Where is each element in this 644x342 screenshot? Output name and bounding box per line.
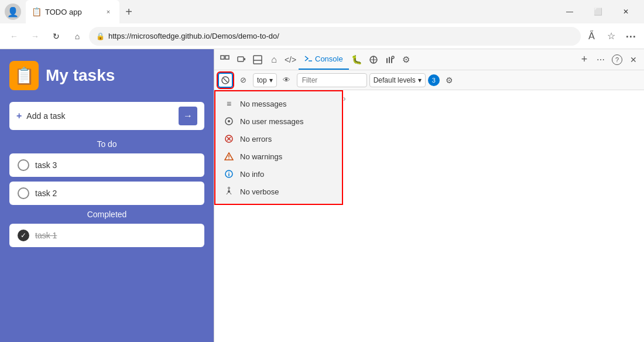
debug-button[interactable]: 🐛 (349, 52, 365, 68)
app-panel: 📋 My tasks + Add a task → To do task 3 t… (0, 49, 214, 342)
app-title: My tasks (46, 66, 115, 85)
add-tool-button[interactable]: + (576, 52, 592, 68)
favorite-button[interactable]: ☆ (603, 28, 619, 45)
svg-rect-3 (244, 58, 245, 60)
device-emulation-button[interactable] (233, 52, 249, 68)
dropdown-label-info: No info (240, 170, 264, 179)
console-tab-label: Console (315, 54, 343, 63)
minimize-button[interactable]: — (556, 2, 583, 21)
close-devtools-button[interactable]: ✕ (625, 52, 642, 68)
dropdown-item-info[interactable]: No info (215, 165, 342, 183)
settings-button[interactable]: ⚙ (398, 52, 415, 68)
console-toolbar: ⊘ top ▾ 👁 Default levels ▾ 3 ⚙ (214, 70, 644, 90)
active-tab[interactable]: 📋 TODO app × (26, 0, 119, 23)
add-task-input[interactable]: Add a task (26, 111, 174, 121)
address-bar-icons: A̋ ☆ ⋯ (583, 28, 639, 45)
dropdown-label-messages: No messages (240, 100, 286, 108)
console-chevron[interactable]: › (343, 94, 346, 103)
home-devtools-button[interactable]: ⌂ (266, 52, 282, 68)
window-controls: — ⬜ ✕ (556, 2, 639, 21)
context-label: top (257, 76, 267, 84)
todo-section-label: To do (9, 139, 204, 149)
svg-rect-2 (238, 57, 244, 61)
task-item-completed[interactable]: ✓ task 1 (9, 224, 204, 247)
console-content: ≡ No messages No user messages No errors (214, 90, 644, 342)
completed-section-label: Completed (9, 210, 204, 219)
dropdown-item-errors[interactable]: No errors (215, 130, 342, 148)
console-dropdown-menu: ≡ No messages No user messages No errors (214, 90, 343, 205)
inspect-element-button[interactable] (217, 52, 233, 68)
svg-rect-0 (221, 56, 224, 59)
task-item[interactable]: task 3 (9, 153, 204, 177)
app-logo: 📋 (9, 61, 39, 90)
svg-point-22 (228, 172, 229, 173)
svg-rect-1 (225, 56, 229, 59)
svg-point-23 (228, 190, 230, 193)
svg-rect-4 (254, 56, 262, 64)
dropdown-label-errors: No errors (240, 135, 272, 143)
dropdown-item-warnings[interactable]: No warnings (215, 148, 342, 165)
console-tab-icon (304, 54, 313, 64)
svg-point-13 (228, 120, 230, 122)
close-button[interactable]: ✕ (612, 2, 639, 21)
messages-icon: ≡ (224, 98, 234, 109)
restore-button[interactable]: ⬜ (584, 2, 611, 21)
url-bar[interactable]: 🔒 https://microsoftedge.github.io/Demos/… (89, 27, 581, 46)
network-button[interactable] (365, 52, 382, 68)
task-label: task 3 (35, 160, 57, 170)
filter-input[interactable] (297, 73, 367, 87)
add-task-button[interactable]: → (179, 107, 197, 125)
clear-console-button[interactable] (218, 73, 233, 88)
devtools-panel: ⌂ </> Console 🐛 ⚙ + ⋯ ? ✕ (214, 49, 644, 342)
url-text: https://microsoftedge.github.io/Demos/de… (108, 32, 574, 40)
performance-button[interactable] (382, 52, 398, 68)
context-selector[interactable]: top ▾ (253, 73, 277, 87)
svg-line-11 (223, 78, 227, 82)
block-button[interactable]: ⊘ (235, 73, 251, 88)
help-button[interactable]: ? (609, 52, 625, 68)
eye-button[interactable]: 👁 (279, 73, 294, 88)
dropdown-item-user-messages[interactable]: No user messages (215, 112, 342, 130)
avatar: 👤 (5, 4, 21, 20)
svg-line-26 (227, 193, 228, 195)
default-levels-selector[interactable]: Default levels ▾ (369, 73, 426, 87)
message-count: 3 (428, 74, 440, 86)
add-task-plus-icon: + (16, 111, 22, 121)
context-arrow-icon: ▾ (269, 76, 273, 84)
add-task-row: + Add a task → (9, 102, 204, 130)
reader-mode-button[interactable]: A̋ (583, 28, 600, 45)
dropdown-item-messages[interactable]: ≡ No messages (215, 95, 342, 112)
levels-arrow-icon: ▾ (418, 76, 422, 84)
info-icon (224, 169, 234, 179)
svg-point-19 (228, 158, 229, 159)
svg-line-27 (230, 193, 232, 195)
dropdown-item-verbose[interactable]: No verbose (215, 183, 342, 200)
forward-button[interactable]: → (26, 27, 44, 46)
more-tools-button[interactable]: ⋯ (592, 52, 609, 68)
tab-close-button[interactable]: × (103, 6, 114, 17)
lock-icon: 🔒 (96, 32, 105, 40)
source-button[interactable]: </> (282, 52, 299, 68)
warning-icon (224, 151, 234, 162)
dock-button[interactable] (249, 52, 266, 68)
app-header: 📋 My tasks (9, 61, 204, 90)
message-count-badge: 3 (428, 74, 440, 86)
home-button[interactable]: ⌂ (68, 27, 87, 46)
tab-console[interactable]: Console (299, 49, 349, 70)
user-messages-icon (224, 116, 234, 126)
task-item[interactable]: task 2 (9, 182, 204, 205)
dropdown-label-verbose: No verbose (240, 187, 279, 196)
task-label-done: task 1 (35, 231, 57, 240)
back-button[interactable]: ← (5, 27, 23, 46)
task-checkbox[interactable] (18, 187, 29, 199)
task-label: task 2 (35, 189, 57, 198)
more-button[interactable]: ⋯ (623, 28, 639, 45)
tab-favicon: 📋 (32, 7, 42, 16)
refresh-button[interactable]: ↻ (47, 27, 66, 46)
tab-bar: 📋 TODO app × + (26, 0, 551, 23)
task-checkbox-done[interactable]: ✓ (18, 230, 29, 241)
task-checkbox[interactable] (18, 159, 29, 171)
new-tab-button[interactable]: + (119, 0, 138, 23)
devtools-toolbar: ⌂ </> Console 🐛 ⚙ + ⋯ ? ✕ (214, 49, 644, 70)
console-settings-button[interactable]: ⚙ (442, 73, 457, 88)
